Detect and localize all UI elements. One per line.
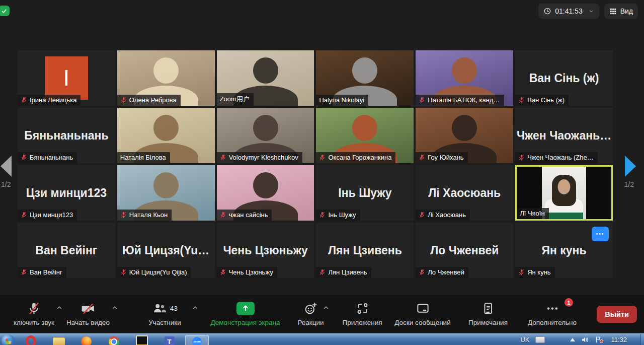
- next-page-arrow[interactable]: [625, 156, 636, 177]
- muted-mic-icon: [319, 154, 326, 161]
- muted-mic-icon: [21, 269, 27, 275]
- language-indicator[interactable]: UK: [520, 336, 529, 343]
- participant-tile[interactable]: Лян Цзивень Лян Цзивень: [316, 223, 414, 278]
- participant-tile[interactable]: Наталія Білова: [117, 108, 215, 163]
- muted-mic-icon: [319, 212, 326, 218]
- participant-tile[interactable]: Бяньнаньнань Бяньнаньнань: [18, 108, 115, 163]
- toolbar-label: Дополнительно: [528, 319, 577, 326]
- apps-icon: [356, 302, 369, 315]
- participant-name-label: Ло Чженвей: [416, 267, 468, 278]
- participant-tile[interactable]: Zoom用户: [217, 50, 314, 106]
- participant-tile[interactable]: Юй Цицзя(Yu… Юй Цицзя(Yu Qijia): [117, 223, 215, 278]
- participant-tile[interactable]: Лї Чяоїн: [515, 165, 613, 221]
- participant-tile[interactable]: Оксана Горожанкина: [316, 108, 414, 163]
- participant-name-label: Ян кунь: [515, 267, 554, 278]
- participant-tile[interactable]: Чжен Чаожань… Чжен Чаожань (Zhe…: [515, 108, 613, 163]
- participant-tile[interactable]: Олена Реброва: [117, 50, 215, 106]
- toolbar-participants-button[interactable]: 43Участники: [126, 295, 204, 333]
- leave-button[interactable]: Выйти: [597, 306, 637, 323]
- muted-mic-icon: [419, 97, 425, 103]
- muted-mic-icon: [319, 269, 326, 275]
- muted-mic-icon: [120, 212, 127, 218]
- grid-view-icon: [609, 8, 617, 15]
- toolbar-video-button[interactable]: Начать видео: [53, 295, 123, 333]
- speaker-icon[interactable]: [581, 336, 589, 343]
- participant-tile[interactable]: чжан сайсінь: [217, 165, 314, 221]
- notification-flag-icon[interactable]: [595, 336, 602, 343]
- participant-name-label: Юй Цицзя(Yu Qijia): [117, 267, 191, 278]
- participant-name-label: Чень Цзюньжу: [217, 267, 277, 278]
- toolbar-label: Приложения: [343, 319, 382, 326]
- toolbar-reactions-button[interactable]: Реакции: [287, 295, 335, 333]
- keyboard-icon[interactable]: [535, 336, 545, 343]
- taskbar-clock[interactable]: 11:32: [611, 336, 627, 343]
- participant-tile[interactable]: Цзи минци123 Цзи минци123: [18, 165, 115, 221]
- firefox-icon[interactable]: [74, 335, 98, 345]
- participant-name-label: Лі Хаосюань: [416, 210, 470, 221]
- participant-tile[interactable]: Інь Шужу Інь Шужу: [316, 165, 414, 221]
- thebat-mail-icon[interactable]: [130, 335, 153, 345]
- caret-down-icon[interactable]: [588, 8, 594, 14]
- opera-icon[interactable]: [19, 335, 43, 345]
- chevron-up-icon[interactable]: [111, 304, 118, 311]
- participant-name-label: Volodymyr Kleshchukov: [217, 152, 302, 163]
- toolbar-apps-button[interactable]: Приложения: [335, 295, 390, 333]
- chevron-up-icon[interactable]: [323, 304, 330, 311]
- windows-start-button[interactable]: [2, 334, 15, 345]
- toolbar-label: Участники: [148, 319, 181, 326]
- participant-tile[interactable]: Ван Вейінг Ван Вейінг: [18, 223, 115, 278]
- prev-page-arrow[interactable]: [1, 156, 12, 177]
- muted-mic-icon: [220, 154, 226, 161]
- meeting-toolbar: Выйти ключить звук Начать видео 43Участн…: [0, 295, 644, 333]
- encryption-shield-icon[interactable]: [0, 6, 10, 16]
- participant-grid: І Ірина Левицька Олена Реброва Zoom用户 Ha…: [18, 50, 613, 278]
- chevron-up-icon[interactable]: [192, 304, 199, 311]
- participant-tile[interactable]: Ван Сінь (ж) Ван Сінь (ж): [515, 50, 613, 106]
- participant-tile[interactable]: І Ірина Левицька: [18, 50, 115, 106]
- toolbar-share-button[interactable]: Демонстрация экрана: [201, 295, 289, 333]
- hidden-icons-chevron[interactable]: [570, 338, 575, 341]
- participant-name-label: Лян Цзивень: [316, 267, 371, 278]
- chrome-icon[interactable]: [102, 335, 126, 345]
- participants-icon: [152, 302, 167, 315]
- participant-tile[interactable]: Halyna Nikolayi: [316, 50, 414, 106]
- reactions-icon: [304, 302, 317, 315]
- participant-name-label: Ван Сінь (ж): [515, 95, 569, 106]
- muted-mic-icon: [419, 212, 425, 218]
- view-button[interactable]: Вид: [604, 4, 638, 19]
- participant-name-label: чжан сайсінь: [217, 210, 272, 221]
- participant-tile[interactable]: Лі Хаосюань Лі Хаосюань: [416, 165, 513, 221]
- topbar-controls: 01:41:53 Вид: [538, 4, 638, 19]
- system-tray: UK 11:32: [520, 334, 627, 345]
- participant-name-label: Оксана Горожанкина: [316, 152, 395, 163]
- zoom-app-icon[interactable]: [185, 335, 209, 345]
- more-dots-icon: [545, 302, 560, 315]
- toolbar-more-button[interactable]: 1Дополнительно: [518, 295, 586, 333]
- toolbar-label: Доски сообщений: [394, 319, 450, 326]
- participant-name-label: Лї Чяоїн: [517, 208, 548, 219]
- file-explorer-icon[interactable]: [47, 335, 70, 345]
- muted-mic-icon: [21, 97, 27, 103]
- participant-name-label: Олена Реброва: [117, 95, 181, 106]
- show-desktop-button[interactable]: [640, 334, 644, 345]
- participant-name-label: Halyna Nikolayi: [316, 95, 368, 106]
- toolbar-notes-button[interactable]: Примечания: [455, 295, 521, 333]
- participant-tile[interactable]: Чень Цзюньжу Чень Цзюньжу: [217, 223, 314, 278]
- toolbar-label: Реакции: [297, 319, 324, 326]
- participant-tile[interactable]: Наталя Кьон: [117, 165, 215, 221]
- participant-tile[interactable]: Гоу Юйхань: [416, 108, 513, 163]
- toolbar-whiteboards-button[interactable]: Доски сообщений: [387, 295, 458, 333]
- participant-tile[interactable]: Наталія БАТЮК, канд…: [416, 50, 513, 106]
- participant-name-label: Ірина Левицька: [18, 95, 80, 106]
- toolbar-label: Примечания: [468, 319, 508, 326]
- teams-icon[interactable]: [157, 335, 181, 345]
- participant-tile[interactable]: Volodymyr Kleshchukov: [217, 108, 314, 163]
- muted-mic-icon: [120, 97, 127, 103]
- participant-name-label: Наталія Білова: [117, 152, 170, 163]
- meeting-timer[interactable]: 01:41:53: [538, 4, 599, 19]
- tile-more-button[interactable]: •••: [592, 227, 609, 241]
- notification-badge: 1: [565, 298, 573, 307]
- toolbar-label: Начать видео: [66, 319, 110, 326]
- participant-tile[interactable]: Ян кунь Ян кунь•••: [515, 223, 613, 278]
- participant-tile[interactable]: Ло Чженвей Ло Чженвей: [416, 223, 513, 278]
